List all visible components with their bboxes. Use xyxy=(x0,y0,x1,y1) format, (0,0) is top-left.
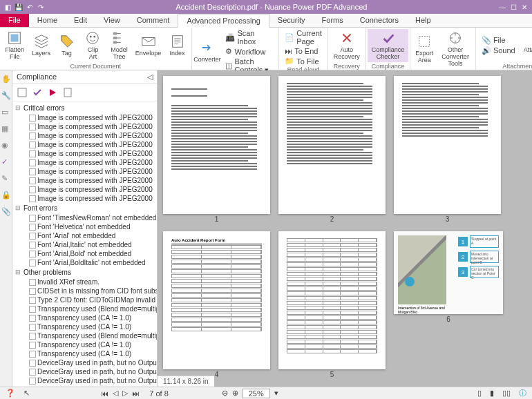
zoom-in-icon[interactable]: ⊕ xyxy=(232,389,238,398)
last-page-icon[interactable]: ⏭ xyxy=(132,389,140,398)
tree-group[interactable]: Other problems xyxy=(22,267,155,278)
tree-item[interactable]: Transparency used (CA != 1.0) xyxy=(29,322,155,331)
current-page-button[interactable]: 📄Current Page xyxy=(285,29,322,46)
index-button[interactable]: Index xyxy=(165,29,190,62)
converter-button[interactable]: Converter xyxy=(193,29,222,75)
signature-icon[interactable]: ✎ xyxy=(1,174,11,184)
tree-item[interactable]: DeviceGray used in path, but no OutputIn… xyxy=(29,376,155,385)
file-attach-button[interactable]: 📎File xyxy=(482,36,515,45)
tree-item[interactable]: Invalid XRef stream. xyxy=(29,278,155,286)
layout-facing-icon[interactable]: ▯▯ xyxy=(502,389,511,398)
layout-cont-icon[interactable]: ▮ xyxy=(490,389,494,398)
first-page-icon[interactable]: ⏮ xyxy=(101,389,108,398)
hand-tool-icon[interactable]: ✋ xyxy=(1,75,11,84)
clipart-button[interactable]: Clip Art xyxy=(79,29,107,62)
tree-item[interactable]: Image is compressed with JPEG2000 xyxy=(29,167,155,176)
envelope-button[interactable]: Envelope xyxy=(131,29,164,62)
other-converter-tools-button[interactable]: Other ConverterTools xyxy=(437,29,474,69)
tree-item[interactable]: Transparency used (Blend mode=multiply xyxy=(29,304,155,313)
save-icon[interactable]: 💾 xyxy=(14,2,23,12)
tab-home[interactable]: Home xyxy=(29,14,66,27)
tree-item[interactable]: Image is compressed with JPEG2000 xyxy=(29,185,155,194)
tab-security[interactable]: Security xyxy=(269,14,314,27)
tree-item[interactable]: DeviceGray used in path, but no OutputIn… xyxy=(29,367,155,376)
page-thumbnail-4[interactable]: Auto Accident Report Formfor(let i=0;i<1… xyxy=(163,231,270,369)
maximize-icon[interactable]: ☐ xyxy=(509,2,518,12)
tab-edit[interactable]: Edit xyxy=(66,14,95,27)
undo-icon[interactable]: ↶ xyxy=(25,2,35,12)
prev-page-icon[interactable]: ◁ xyxy=(113,389,118,398)
tree-item[interactable]: Image is compressed with JPEG2000 xyxy=(29,149,155,158)
tree-item[interactable]: Image is compressed with JPEG2000 xyxy=(29,113,155,122)
to-end-button[interactable]: ⏭To End xyxy=(285,47,322,55)
tree-group[interactable]: Font errors xyxy=(22,203,155,213)
to-file-button[interactable]: 📁To File xyxy=(285,57,322,66)
tree-item[interactable]: Font 'Arial,Bold' not embedded xyxy=(29,249,155,258)
tab-help[interactable]: Help xyxy=(407,14,439,27)
flatten-file-button[interactable]: FlattenFile xyxy=(1,29,28,62)
compliance-tree[interactable]: Critical errorsImage is compressed with … xyxy=(12,101,157,387)
tool-icon[interactable]: ↖ xyxy=(23,389,30,398)
tree-item[interactable]: Image is compressed with JPEG2000 xyxy=(29,158,155,167)
tree-item[interactable]: Image is compressed with JPEG2000 xyxy=(29,176,155,185)
info-icon[interactable]: ⓘ xyxy=(519,388,526,398)
clip-icon[interactable]: 📎 xyxy=(1,207,11,217)
check-icon[interactable]: ✓ xyxy=(1,157,11,167)
minimize-icon[interactable]: — xyxy=(497,2,507,12)
page-icon[interactable]: ▭ xyxy=(1,108,11,117)
tree-item[interactable]: Font 'Helvetica' not embedded xyxy=(29,222,155,231)
auto-recovery-button[interactable]: AutoRecovery xyxy=(330,29,364,62)
tree-item[interactable]: Image is compressed with JPEG2000 xyxy=(29,131,155,140)
tab-advanced-processing[interactable]: Advanced Processing xyxy=(178,14,269,28)
page-thumbnail-6[interactable]: Intersection of 3rd Avenue and Morgan Bl… xyxy=(394,231,503,314)
next-page-icon[interactable]: ▷ xyxy=(122,389,128,398)
redo-icon[interactable]: ↷ xyxy=(36,2,46,12)
tree-item[interactable]: Font 'Arial,BoldItalic' not embedded xyxy=(29,258,155,267)
options-icon[interactable] xyxy=(17,87,28,98)
page-thumbnail-5[interactable]: for(let i=0;i<24;i++)document.write('<di… xyxy=(278,231,386,369)
tab-file[interactable]: File xyxy=(0,14,29,27)
thumbnails-icon[interactable]: ▦ xyxy=(1,124,11,134)
tree-item[interactable]: Transparency used (CA != 1.0) xyxy=(29,340,155,349)
layout-single-icon[interactable]: ▯ xyxy=(477,389,482,398)
page-thumbnail-1[interactable]: for(let i=0;i<24;i++)document.write('<di… xyxy=(163,76,270,214)
tab-comment[interactable]: Comment xyxy=(129,14,178,27)
tree-group[interactable]: Critical errors xyxy=(22,103,155,113)
check-icon[interactable] xyxy=(32,87,43,98)
tree-item[interactable]: Image is compressed with JPEG2000 xyxy=(29,194,155,203)
run-icon[interactable] xyxy=(47,87,58,98)
export-area-button[interactable]: ExportArea xyxy=(412,29,437,69)
wrench-icon[interactable]: 🔧 xyxy=(1,91,11,101)
tree-item[interactable]: Font 'Arial,Italic' not embedded xyxy=(29,240,155,249)
zoom-dropdown-icon[interactable]: ▾ xyxy=(274,389,278,398)
tab-connectors[interactable]: Connectors xyxy=(352,14,407,27)
tab-forms[interactable]: Forms xyxy=(314,14,352,27)
zoom-out-icon[interactable]: ⊖ xyxy=(222,389,228,398)
tab-view[interactable]: View xyxy=(95,14,129,27)
close-icon[interactable]: ✕ xyxy=(520,2,529,12)
stamp-icon[interactable]: ◉ xyxy=(1,141,11,150)
workflow-button[interactable]: ⚙Workflow xyxy=(225,47,273,56)
help-icon[interactable]: ❓ xyxy=(6,389,15,398)
tree-item[interactable]: DeviceGray used in path, but no OutputIn… xyxy=(29,358,155,367)
tree-item[interactable]: Transparency used (CA != 1.0) xyxy=(29,349,155,358)
lock-icon[interactable]: 🔒 xyxy=(1,191,11,200)
tag-button[interactable]: Tag xyxy=(55,29,79,62)
scan-inbox-button[interactable]: 📠Scan Inbox xyxy=(225,29,273,46)
attachments-panel-button[interactable]: AttachmentsPanel xyxy=(520,29,532,62)
model-tree-button[interactable]: ModelTree xyxy=(106,29,131,62)
tree-item[interactable]: Type 2 CID font: CIDToGIDMap invalid or … xyxy=(29,295,155,304)
page-thumbnail-2[interactable]: for(let i=0;i<30;i++)document.write('<di… xyxy=(278,76,386,214)
tree-item[interactable]: Transparency used (Blend mode=multiply xyxy=(29,331,155,340)
page-thumbnail-3[interactable]: for(let i=0;i<20;i++)document.write('<di… xyxy=(394,76,501,214)
tree-item[interactable]: Font 'TimesNewRoman' not embedded xyxy=(29,213,155,222)
panel-collapse-icon[interactable]: ◁ xyxy=(147,72,153,81)
tree-item[interactable]: Image is compressed with JPEG2000 xyxy=(29,122,155,131)
sound-button[interactable]: 🔊Sound xyxy=(482,46,515,55)
report-icon[interactable] xyxy=(62,87,73,98)
tree-item[interactable]: Transparency used (CA != 1.0) xyxy=(29,313,155,322)
compliance-checker-button[interactable]: ComplianceChecker xyxy=(368,29,409,62)
zoom-level[interactable]: 25% xyxy=(243,389,270,398)
tree-item[interactable]: Font 'Arial' not embedded xyxy=(29,231,155,240)
tree-item[interactable]: Image is compressed with JPEG2000 xyxy=(29,140,155,149)
